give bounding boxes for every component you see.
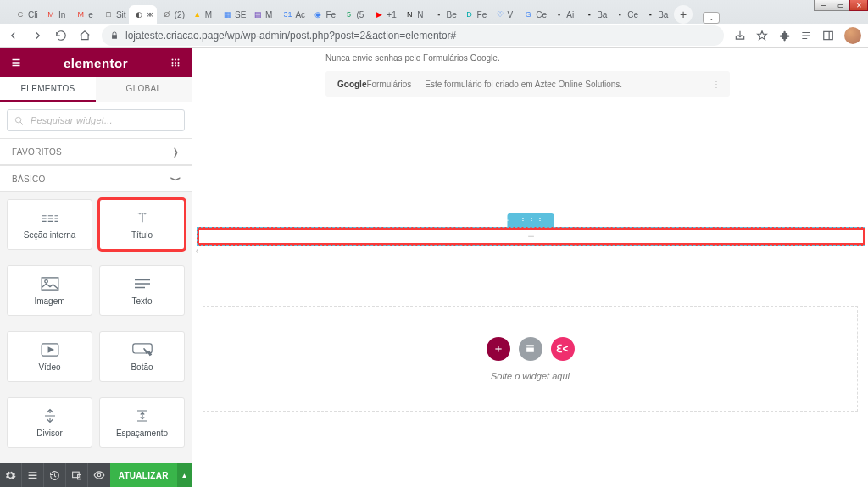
widget-imagem[interactable]: Imagem — [7, 265, 92, 316]
widget-label: Seção interna — [24, 230, 76, 240]
widget-secao[interactable]: Seção interna — [7, 199, 92, 250]
widget-texto[interactable]: Texto — [99, 265, 185, 316]
section-handle[interactable]: ＋ ⋮⋮⋮ ✕ — [507, 213, 554, 227]
address-bar[interactable]: lojateste.criacao.page/wp/wp-admin/post.… — [102, 25, 724, 46]
browser-tab[interactable]: NN — [399, 5, 428, 24]
tab-dropdown[interactable]: ⌄ — [703, 12, 720, 24]
browser-tab[interactable]: ▪Ba — [579, 5, 609, 24]
browser-tab[interactable]: ▤M — [248, 5, 277, 24]
browser-tab[interactable]: CCli — [10, 5, 41, 24]
star-icon[interactable] — [756, 30, 768, 42]
kebab-icon[interactable]: ⋮ — [712, 80, 721, 89]
browser-tab[interactable]: ♡V — [490, 5, 519, 24]
tab-favicon: N — [404, 9, 415, 19]
widget-botao[interactable]: Botão — [99, 331, 185, 382]
widgets-grid: Seção internaTítuloImagemTextoVídeoBotão… — [0, 192, 192, 463]
responsive-icon[interactable] — [66, 463, 88, 487]
search-input[interactable] — [29, 114, 177, 126]
scroll-left-caret: ‹ — [196, 245, 198, 257]
menu-icon[interactable] — [7, 53, 25, 72]
update-caret[interactable]: ▲ — [177, 463, 192, 487]
widget-titulo[interactable]: Título — [99, 199, 185, 250]
highlighted-section[interactable]: ＋ — [197, 227, 865, 246]
drop-widget-area[interactable]: ＋ Ɛ< Solte o widget aqui — [203, 306, 858, 412]
google-forms-byline: Este formulário foi criado em Aztec Onli… — [425, 80, 622, 89]
reload-icon[interactable] — [54, 29, 68, 42]
browser-tab[interactable]: DFe — [459, 5, 490, 24]
browser-tab[interactable]: 31Ac — [277, 5, 308, 24]
browser-tab[interactable]: Ø(2) — [157, 5, 187, 24]
history-icon[interactable] — [44, 463, 66, 487]
tab-elementos[interactable]: ELEMENTOS — [0, 77, 96, 102]
texto-icon — [131, 276, 153, 291]
browser-tab[interactable]: □Sit — [98, 5, 129, 24]
tab-title: Ba — [597, 10, 607, 19]
browser-tab[interactable]: ▪Ba — [640, 5, 670, 24]
widget-label: Vídeo — [38, 362, 60, 372]
browser-tab[interactable]: ▦SE — [217, 5, 248, 24]
category-favoritos[interactable]: FAVORITOS ❯ — [0, 138, 192, 165]
add-column-icon[interactable]: ＋ — [526, 229, 537, 244]
browser-tab[interactable]: ▪Ai — [548, 5, 579, 24]
panel-footer: ATUALIZAR ▲ — [0, 463, 192, 487]
browser-tab[interactable]: ▶+1 — [369, 5, 399, 24]
search-widget-box[interactable] — [7, 109, 185, 131]
browser-tab[interactable]: ▪Be — [429, 5, 459, 24]
tab-title: Ce — [536, 10, 547, 19]
lock-icon — [110, 30, 119, 41]
video-icon — [39, 342, 61, 357]
window-close[interactable]: ✕ — [849, 0, 868, 11]
tab-title: e — [88, 10, 93, 19]
editor-canvas[interactable]: Nunca envie senhas pelo Formulários Goog… — [192, 48, 868, 487]
template-button[interactable] — [519, 337, 542, 361]
avatar[interactable] — [844, 27, 861, 44]
delete-section-icon[interactable]: ✕ — [553, 216, 559, 225]
update-button[interactable]: ATUALIZAR — [110, 463, 177, 487]
drag-section-icon[interactable]: ⋮⋮⋮ — [519, 216, 544, 225]
panel-icon[interactable] — [822, 30, 834, 42]
browser-chrome: ─ ▭ ✕ CCliMInMe□Sit◐×Ø(2)▲M▦SE▤M31Ac◉Fe5… — [0, 0, 868, 48]
svg-point-12 — [44, 279, 47, 283]
ek-button[interactable]: Ɛ< — [551, 337, 575, 361]
tab-title: Fe — [477, 10, 487, 19]
tab-title: In — [58, 10, 65, 19]
apps-icon[interactable] — [166, 53, 185, 72]
browser-tab[interactable]: 5(5 — [338, 5, 369, 24]
preview-icon[interactable] — [88, 463, 110, 487]
extension-icons — [734, 27, 861, 44]
tab-favicon: G — [523, 9, 533, 19]
navigator-icon[interactable] — [22, 463, 44, 487]
browser-tab[interactable]: ◉Fe — [308, 5, 338, 24]
browser-tab[interactable]: GCe — [518, 5, 548, 24]
browser-tab[interactable]: ▲M — [187, 5, 217, 24]
share-icon[interactable] — [734, 30, 746, 42]
window-maximize[interactable]: ▭ — [832, 0, 850, 11]
category-basico[interactable]: BÁSICO ❯ — [0, 165, 192, 192]
tab-title: N — [417, 10, 423, 19]
browser-tab[interactable]: Me — [70, 5, 98, 24]
browser-tab[interactable]: ▪Ce — [609, 5, 640, 24]
settings-icon[interactable] — [0, 463, 22, 487]
browser-tab[interactable]: ◐× — [129, 5, 157, 24]
widget-espacamento[interactable]: Espaçamento — [99, 397, 185, 448]
home-icon[interactable] — [78, 29, 92, 42]
widget-video[interactable]: Vídeo — [7, 331, 92, 382]
tab-global[interactable]: GLOBAL — [96, 77, 192, 102]
tab-title: SE — [235, 10, 246, 19]
add-section-button[interactable]: ＋ — [487, 337, 510, 361]
window-minimize[interactable]: ─ — [814, 0, 832, 11]
browser-tab[interactable]: MIn — [41, 5, 70, 24]
browser-toolbar: lojateste.criacao.page/wp/wp-admin/post.… — [0, 24, 868, 48]
tab-title: Be — [447, 10, 457, 19]
add-section-icon[interactable]: ＋ — [502, 214, 510, 226]
svg-point-2 — [175, 59, 176, 61]
widget-label: Espaçamento — [116, 429, 168, 438]
widget-divisor[interactable]: Divisor — [7, 397, 92, 448]
forward-icon[interactable] — [31, 29, 44, 42]
back-icon[interactable] — [7, 29, 20, 42]
new-tab-button[interactable]: + — [674, 5, 693, 24]
list-icon[interactable] — [800, 30, 812, 42]
category-favoritos-label: FAVORITOS — [12, 147, 62, 157]
puzzle-icon[interactable] — [778, 30, 790, 42]
tab-title: Ac — [295, 10, 305, 19]
